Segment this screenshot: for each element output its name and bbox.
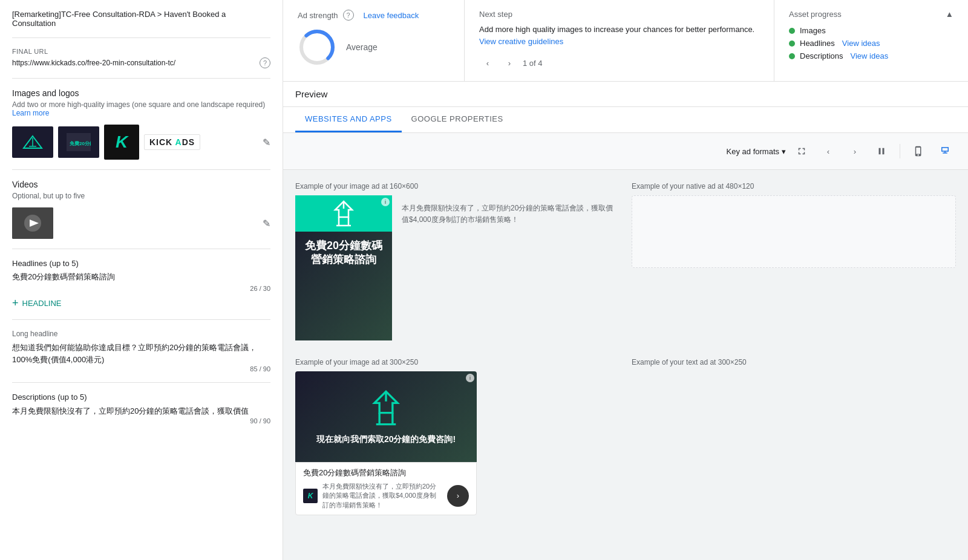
nav-prev-button[interactable]: ‹ — [479, 54, 496, 71]
key-formats-label: Key ad formats — [727, 147, 779, 156]
image-thumb-2: 免費20分鐘 — [58, 126, 99, 158]
left-panel: [Remarketing]TC-Free Consultation-RDA > … — [0, 0, 283, 560]
asset-row-images: Images — [789, 26, 953, 35]
nav-count: 1 of 4 — [523, 59, 543, 68]
images-section-title: Images and logos — [12, 88, 270, 98]
example4-label: Example of your text ad at 300×250 — [632, 358, 956, 366]
ad-strength-section: Ad strength ? Leave feedback Average — [283, 0, 465, 81]
video-row: ✎ — [12, 207, 270, 239]
right-panel: Ad strength ? Leave feedback Average — [283, 0, 968, 560]
campaign-title: [Remarketing]TC-Free Consultation-RDA > … — [12, 10, 270, 28]
videos-section-desc: Optional, but up to five — [12, 192, 270, 200]
asset-row-headlines: Headlines View ideas — [789, 39, 953, 48]
ad-description-text: 本月免費限額快沒有了，立即預約20分鐘的策略電話會談，獲取價值$4,000度身制… — [402, 203, 620, 226]
fullscreen-button[interactable] — [791, 140, 813, 162]
headline-char-count: 26 / 30 — [12, 285, 270, 292]
top-bar: Ad strength ? Leave feedback Average — [283, 0, 968, 82]
ad-300x250-info-icon: i — [466, 374, 474, 382]
ad-300x250-desc: 本月免費限額快沒有了，立即預約20分鐘的策略電話會談，獲取$4,000度身制訂的… — [322, 482, 442, 510]
preview-tabs: WEBSITES AND APPS GOOGLE PROPERTIES — [283, 107, 968, 133]
add-headline-label: HEADLINE — [22, 299, 62, 308]
preview-header: Preview — [283, 82, 968, 107]
ad-300x250-title: 免費20分鐘數碼營銷策略諮詢 — [303, 467, 469, 478]
mobile-view-button[interactable] — [908, 140, 929, 162]
ad-top-bar — [295, 195, 392, 232]
preview-title: Preview — [295, 89, 327, 99]
small-k-logo: K — [303, 489, 318, 503]
leave-feedback-link[interactable]: Leave feedback — [364, 11, 419, 20]
long-headline-char-count: 85 / 90 — [12, 365, 270, 373]
key-formats-button[interactable]: Key ad formats ▾ — [727, 147, 786, 156]
ad-300x250-logo-row: K 本月免費限額快沒有了，立即預約20分鐘的策略電話會談，獲取$4,000度身制… — [303, 482, 469, 510]
ad-info-icon: i — [381, 198, 390, 206]
ad-example-300x250-img: Example of your image ad at 300×250 i — [295, 358, 620, 521]
edit-images-icon[interactable]: ✎ — [263, 137, 270, 148]
view-guidelines-link[interactable]: View creative guidelines — [479, 37, 563, 46]
prev-format-button[interactable]: ‹ — [817, 140, 839, 162]
preview-toolbar: Key ad formats ▾ ‹ › — [283, 133, 968, 170]
image-grid: 免費20分鐘 K KICK ADS ✎ — [12, 125, 270, 160]
headlines-title: Headlines (up to 5) — [12, 259, 270, 268]
donut-chart — [298, 28, 336, 67]
example2-label: Example of your native ad at 480×120 — [632, 182, 956, 190]
ad-300x250-cta-button[interactable]: › — [447, 485, 469, 507]
collapse-button[interactable]: ▲ — [946, 10, 953, 19]
next-step-section: Next step Add more high quality images t… — [465, 0, 774, 81]
images-status-dot — [789, 28, 795, 34]
descriptions-asset-label: Descriptions — [800, 51, 843, 60]
description-text: 本月免費限額快沒有了，立即預約20分鐘的策略電話會談，獲取價值 — [12, 405, 270, 417]
add-headline-button[interactable]: + HEADLINE — [12, 297, 270, 310]
desktop-view-button[interactable] — [934, 140, 956, 162]
final-url-label: Final URL — [12, 48, 270, 55]
example3-label: Example of your image ad at 300×250 — [295, 358, 620, 366]
image-thumb-1 — [12, 126, 53, 158]
next-format-button[interactable]: › — [844, 140, 866, 162]
nav-next-button[interactable]: › — [501, 54, 518, 71]
asset-progress-title: Asset progress — [789, 10, 842, 19]
ad-example-480x120: Example of your native ad at 480×120 — [632, 182, 956, 346]
ad-headline-zh: 免費20分鐘數碼營銷策略諮詢 — [300, 239, 387, 267]
nav-row: ‹ › 1 of 4 — [479, 54, 759, 71]
video-thumb — [12, 207, 53, 239]
ad-example-160x600: Example of your image ad at 160×600 i — [295, 182, 620, 346]
text-ad-placeholder — [632, 371, 956, 462]
preview-section: Preview WEBSITES AND APPS GOOGLE PROPERT… — [283, 82, 968, 533]
logo-k: K — [104, 125, 139, 160]
headlines-status-dot — [789, 41, 795, 47]
final-url-help-icon[interactable]: ? — [260, 57, 270, 68]
preview-canvas: Example of your image ad at 160×600 i — [283, 170, 968, 533]
edit-video-icon[interactable]: ✎ — [263, 218, 270, 229]
headlines-asset-label: Headlines — [800, 39, 835, 48]
svg-text:免費20分鐘: 免費20分鐘 — [69, 141, 91, 146]
ad-strength-help-icon[interactable]: ? — [343, 10, 354, 21]
next-step-text: Add more high quality images to increase… — [479, 24, 759, 47]
asset-progress-section: Asset progress ▲ Images Headlines View i… — [774, 0, 968, 81]
ad-300x250-bottom: 免費20分鐘數碼營銷策略諮詢 K 本月免費限額快沒有了，立即預約20分鐘的策略電… — [295, 462, 477, 515]
headlines-view-ideas-link[interactable]: View ideas — [842, 39, 880, 48]
ad-300x250-image: i 現在就向我們索取20分鐘的免費咨詢! — [295, 371, 477, 462]
kick-ads-logo: KICK ADS — [144, 134, 200, 150]
dropdown-icon: ▾ — [782, 147, 786, 156]
descriptions-view-ideas-link[interactable]: View ideas — [851, 51, 889, 60]
long-headline-section: Long headline 想知道我們如何能協助你達成目標？立即預約20分鐘的策… — [12, 330, 270, 373]
tab-websites-and-apps[interactable]: WEBSITES AND APPS — [295, 107, 402, 132]
descriptions-status-dot — [789, 53, 795, 59]
ad-strength-label: Ad strength — [298, 11, 338, 20]
strength-value-label: Average — [346, 42, 378, 52]
tab-google-properties[interactable]: GOOGLE PROPERTIES — [402, 107, 513, 132]
strength-content: Average — [298, 28, 450, 67]
ad-300x250-headline: 現在就向我們索取20分鐘的免費咨詢! — [316, 434, 456, 445]
descriptions-char-count: 90 / 90 — [12, 417, 270, 425]
native-ad-placeholder — [632, 195, 956, 268]
pause-button[interactable] — [871, 140, 892, 162]
long-headline-text: 想知道我們如何能協助你達成目標？立即預約20分鐘的策略電話會議，100%免費(價… — [12, 342, 270, 365]
descriptions-section: Descriptions (up to 5) 本月免費限額快沒有了，立即預約20… — [12, 392, 270, 425]
images-asset-label: Images — [800, 26, 826, 35]
toolbar-separator — [900, 144, 900, 158]
final-url-value: https://www.kickads.co/free-20-min-consu… — [12, 59, 175, 67]
descriptions-title: Descriptions (up to 5) — [12, 392, 270, 402]
learn-more-link[interactable]: Learn more — [12, 109, 49, 117]
ad-example-300x250-text: Example of your text ad at 300×250 — [632, 358, 956, 521]
ad-body: 免費20分鐘數碼營銷策略諮詢 — [295, 232, 392, 275]
ad-160x600-card: i — [295, 195, 392, 340]
